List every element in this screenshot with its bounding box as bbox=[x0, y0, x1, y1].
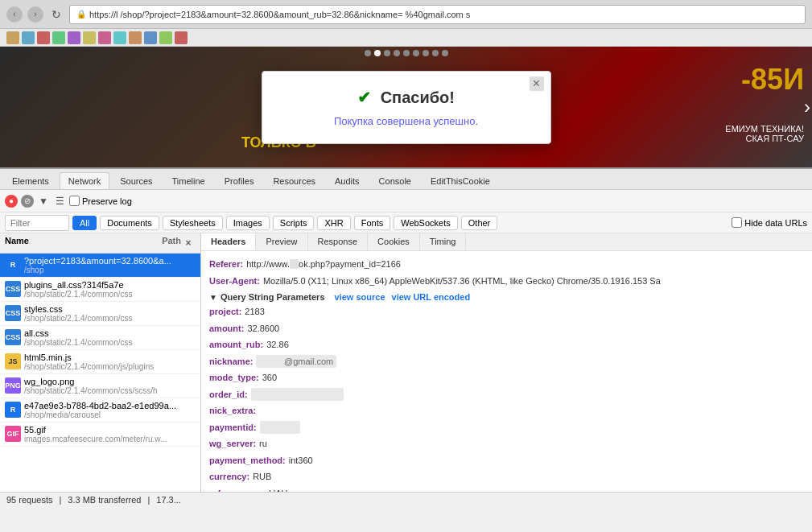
tab-profiles[interactable]: Profiles bbox=[216, 172, 263, 189]
detail-key: amount_rub: bbox=[209, 338, 263, 352]
list-item[interactable]: PNG wg_logo.png /shop/static/2.1.4/commo… bbox=[0, 374, 200, 398]
tab-network[interactable]: Network bbox=[60, 172, 109, 189]
filter-fonts-button[interactable]: Fonts bbox=[354, 216, 391, 230]
check-icon: ✔ bbox=[357, 89, 371, 106]
detail-row: nickname: @gmail.com bbox=[209, 353, 804, 370]
file-path: /shop bbox=[24, 266, 171, 274]
success-modal: × ✔ Спасибо! Покупка совершена успешно. bbox=[262, 71, 551, 144]
detail-key: Referer: bbox=[209, 258, 243, 271]
tab-elements[interactable]: Elements bbox=[3, 172, 58, 189]
detail-row: ref_currency: UAH bbox=[209, 485, 804, 493]
detail-row: currency: RUB bbox=[209, 468, 804, 485]
detail-value: RUB bbox=[253, 470, 271, 484]
file-path: /shop/static/2.1.4/common/css bbox=[24, 314, 133, 323]
filter-other-button[interactable]: Other bbox=[461, 216, 498, 230]
list-button[interactable]: ☰ bbox=[53, 195, 66, 208]
detail-row: amount_rub: 32.86 bbox=[209, 336, 804, 353]
detail-key: paymentid: bbox=[209, 421, 257, 435]
back-button[interactable]: ‹ bbox=[6, 6, 23, 23]
filter-stylesheets-button[interactable]: Stylesheets bbox=[163, 216, 223, 230]
list-item[interactable]: CSS plugins_all.css?314f5a7e /shop/stati… bbox=[0, 278, 200, 302]
detail-row: mode_type: 360 bbox=[209, 369, 804, 386]
file-path: /shop/static/2.1.4/common/css bbox=[24, 290, 133, 299]
tab-console[interactable]: Console bbox=[370, 172, 420, 189]
browser-bar: ‹ › ↻ 🔒 https://l /shop/?project=2183&am… bbox=[0, 0, 812, 29]
file-path: /shop/static/2.1.4/common/js/plugins bbox=[24, 362, 154, 371]
filter-documents-button[interactable]: Documents bbox=[100, 216, 159, 230]
data-transferred: 3.3 MB transferred bbox=[68, 495, 141, 505]
filter-button[interactable]: ▼ bbox=[37, 195, 50, 208]
tab-timeline[interactable]: Timeline bbox=[163, 172, 214, 189]
detail-key: project: bbox=[209, 305, 241, 319]
list-item[interactable]: CSS styles.css /shop/static/2.1.4/common… bbox=[0, 302, 200, 326]
detail-row: amount: 32.8600 bbox=[209, 320, 804, 337]
header-path: Path bbox=[162, 236, 181, 250]
file-name: 55.gif bbox=[24, 425, 167, 435]
detail-value-redacted bbox=[251, 388, 344, 402]
file-name: styles.css bbox=[24, 304, 133, 314]
modal-overlay: × ✔ Спасибо! Покупка совершена успешно. bbox=[0, 47, 812, 167]
list-item[interactable]: R e47ae9e3-b788-4bd2-baa2-e1ed99a... /sh… bbox=[0, 398, 200, 423]
network-toolbar: ● ⊘ ▼ ☰ Preserve log bbox=[0, 190, 812, 212]
details-tab-cookies[interactable]: Cookies bbox=[368, 233, 420, 250]
load-time: 17.3... bbox=[156, 495, 181, 505]
address-bar[interactable]: 🔒 https://l /shop/?project=2183&amount=3… bbox=[69, 5, 806, 24]
record-button[interactable]: ● bbox=[5, 195, 18, 208]
preserve-log-label: Preserve log bbox=[82, 196, 132, 206]
page-content: -85И ЕМИУМ ТЕХНИКА! СКАЯ ПТ-САУ ТОЛЬКО В… bbox=[0, 47, 812, 167]
stop-button[interactable]: ⊘ bbox=[21, 195, 34, 208]
files-panel: Name Path × R ?project=2183&amount=32.86… bbox=[0, 233, 201, 492]
details-tab-headers[interactable]: Headers bbox=[201, 233, 256, 250]
detail-value-redacted bbox=[260, 421, 301, 435]
list-item[interactable]: R ?project=2183&amount=32.8600&a... /sho… bbox=[0, 254, 200, 278]
preserve-log-checkbox[interactable] bbox=[69, 196, 80, 206]
separator: | bbox=[59, 495, 61, 505]
request-icon: R bbox=[5, 257, 21, 273]
refresh-button[interactable]: ↻ bbox=[48, 6, 64, 23]
preserve-log-checkbox-label[interactable]: Preserve log bbox=[69, 196, 132, 206]
filter-websockets-button[interactable]: WebSockets bbox=[394, 216, 458, 230]
close-files-panel-button[interactable]: × bbox=[181, 236, 196, 250]
filter-scripts-button[interactable]: Scripts bbox=[273, 216, 315, 230]
tab-resources[interactable]: Resources bbox=[264, 172, 324, 189]
detail-key: wg_server: bbox=[209, 437, 256, 451]
list-item[interactable]: CSS all.css /shop/static/2.1.4/common/cs… bbox=[0, 326, 200, 350]
detail-value: 32.8600 bbox=[247, 322, 279, 336]
details-tab-timing[interactable]: Timing bbox=[420, 233, 467, 250]
detail-row: project: 2183 bbox=[209, 303, 804, 320]
file-name: ?project=2183&amount=32.8600&a... bbox=[24, 256, 171, 266]
forward-button[interactable]: › bbox=[27, 6, 43, 23]
list-item[interactable]: JS html5.min.js /shop/static/2.1.4/commo… bbox=[0, 350, 200, 374]
filter-bar: All Documents Stylesheets Images Scripts… bbox=[0, 212, 812, 233]
list-item[interactable]: GIF 55.gif images.mcafeesecure.com/meter… bbox=[0, 423, 200, 447]
hide-data-checkbox[interactable] bbox=[732, 217, 742, 228]
url-text: https://l /shop/?project=2183&amount=32.… bbox=[89, 10, 470, 19]
detail-value: 360 bbox=[262, 371, 277, 385]
details-tab-preview[interactable]: Preview bbox=[256, 233, 307, 250]
file-path: images.mcafeesecure.com/meter/ru.w... bbox=[24, 435, 167, 443]
file-name: all.css bbox=[24, 328, 133, 338]
detail-row: nick_extra: bbox=[209, 402, 804, 419]
detail-key: amount: bbox=[209, 322, 244, 336]
tab-editthiscookie[interactable]: EditThisCookie bbox=[422, 172, 499, 189]
view-url-encoded-link[interactable]: view URL encoded bbox=[392, 292, 471, 302]
files-panel-header: Name Path × bbox=[0, 233, 200, 254]
filter-input[interactable] bbox=[5, 215, 69, 231]
gif-icon: GIF bbox=[5, 426, 21, 442]
detail-value: ru bbox=[259, 437, 267, 451]
view-source-link[interactable]: view source bbox=[335, 292, 385, 302]
file-name: wg_logo.png bbox=[24, 377, 158, 386]
modal-close-button[interactable]: × bbox=[530, 76, 544, 91]
tab-sources[interactable]: Sources bbox=[111, 172, 161, 189]
filter-images-button[interactable]: Images bbox=[226, 216, 270, 230]
tab-audits[interactable]: Audits bbox=[326, 172, 369, 189]
filter-xhr-button[interactable]: XHR bbox=[317, 216, 350, 230]
detail-key: payment_method: bbox=[209, 454, 286, 468]
hide-data-checkbox-label[interactable]: Hide data URLs bbox=[732, 217, 807, 228]
details-tab-response[interactable]: Response bbox=[308, 233, 369, 250]
detail-key: order_id: bbox=[209, 388, 248, 402]
filter-all-button[interactable]: All bbox=[72, 216, 97, 230]
section-title: Query String Parameters bbox=[221, 292, 325, 302]
details-panel: Headers Preview Response Cookies Timing … bbox=[201, 233, 812, 492]
toggle-icon[interactable]: ▼ bbox=[209, 293, 217, 302]
